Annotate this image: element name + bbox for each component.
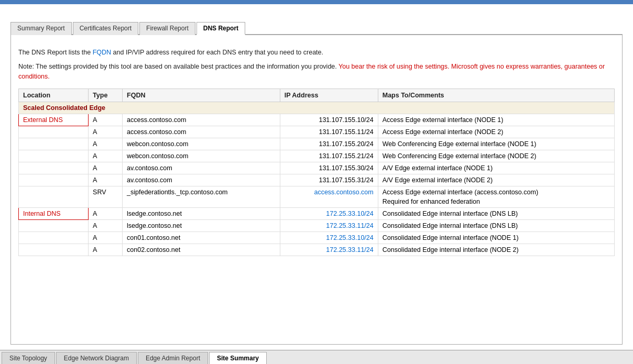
ip-address-link[interactable]: 172.25.33.11/24 [326, 222, 373, 229]
cell-comment: Web Conferencing Edge external interface… [378, 138, 614, 150]
ip-address-link[interactable]: 172.25.33.10/24 [326, 234, 373, 241]
cell-comment: Consolidated Edge internal interface (DN… [378, 220, 614, 232]
cell-fqdn: con02.contoso.net [123, 244, 280, 256]
cell-ip: 131.107.155.20/24 [280, 138, 378, 150]
cell-fqdn: con01.contoso.net [123, 232, 280, 244]
cell-fqdn: access.contoso.com [123, 126, 280, 138]
dns-table-body: Scaled Consolidated Edge External DNSAac… [19, 102, 615, 256]
col-ip: IP Address [280, 89, 378, 102]
cell-type: A [89, 208, 123, 220]
cell-ip: 131.107.155.21/24 [280, 150, 378, 162]
cell-type: A [89, 174, 123, 186]
cell-fqdn: webcon.contoso.com [123, 138, 280, 150]
bottom-bar: Site TopologyEdge Network DiagramEdge Ad… [0, 350, 633, 364]
tabs-bar: Summary ReportCertificates ReportFirewal… [10, 21, 623, 35]
cell-ip: 131.107.155.30/24 [280, 162, 378, 174]
cell-type: A [89, 244, 123, 256]
cell-location [19, 174, 89, 186]
table-row: Internal DNSAlsedge.contoso.net172.25.33… [19, 208, 615, 220]
tab-summary-report[interactable]: Summary Report [10, 22, 72, 35]
table-row: SRV_sipfederationtls._tcp.contoso.comacc… [19, 186, 615, 208]
cell-location [19, 138, 89, 150]
table-row: Aav.contoso.com131.107.155.31/24A/V Edge… [19, 174, 615, 186]
table-row: External DNSAaccess.contoso.com131.107.1… [19, 114, 615, 126]
table-row: Aav.contoso.com131.107.155.30/24A/V Edge… [19, 162, 615, 174]
report-note: Note: The settings provided by this tool… [18, 62, 615, 82]
dns-table: Location Type FQDN IP Address Maps To/Co… [18, 89, 615, 256]
cell-comment: Consolidated Edge internal interface (NO… [378, 244, 614, 256]
cell-ip: 131.107.155.11/24 [280, 126, 378, 138]
report-scroll[interactable]: The DNS Report lists the FQDN and IP/VIP… [11, 35, 622, 344]
section-header-row: Scaled Consolidated Edge [19, 102, 615, 114]
cell-type: A [89, 232, 123, 244]
cell-ip: 131.107.155.31/24 [280, 174, 378, 186]
cell-comment: Access Edge external interface (NODE 2) [378, 126, 614, 138]
main-content: Summary ReportCertificates ReportFirewal… [0, 4, 633, 350]
cell-comment: A/V Edge external interface (NODE 2) [378, 174, 614, 186]
cell-location [19, 162, 89, 174]
cell-ip: 172.25.33.11/24 [280, 220, 378, 232]
cell-type: A [89, 150, 123, 162]
bottom-tab-site-summary[interactable]: Site Summary [209, 352, 267, 364]
tab-dns-report[interactable]: DNS Report [197, 22, 245, 35]
section-header-cell: Scaled Consolidated Edge [19, 102, 615, 114]
ip-address-link[interactable]: 172.25.33.11/24 [326, 246, 373, 253]
fqdn-link[interactable]: FQDN [93, 49, 111, 56]
table-row: Alsedge.contoso.net172.25.33.11/24Consol… [19, 220, 615, 232]
cell-ip: 172.25.33.11/24 [280, 244, 378, 256]
bottom-tab-site-topology[interactable]: Site Topology [2, 352, 55, 364]
table-row: Acon01.contoso.net172.25.33.10/24Consoli… [19, 232, 615, 244]
cell-type: A [89, 126, 123, 138]
cell-comment: Consolidated Edge internal interface (DN… [378, 208, 614, 220]
title-bar [0, 0, 633, 4]
cell-location [19, 244, 89, 256]
table-row: Awebcon.contoso.com131.107.155.20/24Web … [19, 138, 615, 150]
cell-location [19, 126, 89, 138]
cell-type: A [89, 138, 123, 150]
cell-type: SRV [89, 186, 123, 208]
tab-certificates-report[interactable]: Certificates Report [73, 22, 138, 35]
cell-type: A [89, 114, 123, 126]
cell-comment: A/V Edge external interface (NODE 1) [378, 162, 614, 174]
report-panel: The DNS Report lists the FQDN and IP/VIP… [10, 35, 623, 345]
cell-fqdn: access.contoso.com [123, 114, 280, 126]
cell-ip: 172.25.33.10/24 [280, 232, 378, 244]
table-row: Aaccess.contoso.com131.107.155.11/24Acce… [19, 126, 615, 138]
cell-location [19, 220, 89, 232]
cell-ip: access.contoso.com [280, 186, 378, 208]
col-maps: Maps To/Comments [378, 89, 614, 102]
cell-location [19, 232, 89, 244]
col-location: Location [19, 89, 89, 102]
cell-location: Internal DNS [19, 208, 89, 220]
cell-type: A [89, 162, 123, 174]
cell-ip: 131.107.155.10/24 [280, 114, 378, 126]
bottom-tab-edge-network-diagram[interactable]: Edge Network Diagram [56, 352, 137, 364]
cell-location: External DNS [19, 114, 89, 126]
col-fqdn: FQDN [123, 89, 280, 102]
cell-fqdn: lsedge.contoso.net [123, 220, 280, 232]
tab-firewall-report[interactable]: Firewall Report [139, 22, 195, 35]
risk-text: You bear the risk of using the settings.… [18, 63, 605, 80]
cell-comment: Web Conferencing Edge external interface… [378, 150, 614, 162]
ip-address-link[interactable]: 172.25.33.10/24 [326, 210, 373, 217]
cell-ip: 172.25.33.10/24 [280, 208, 378, 220]
cell-comment: Access Edge external interface (NODE 1) [378, 114, 614, 126]
cell-location [19, 150, 89, 162]
cell-comment: Consolidated Edge internal interface (NO… [378, 232, 614, 244]
cell-fqdn: av.contoso.com [123, 162, 280, 174]
table-row: Awebcon.contoso.com131.107.155.21/24Web … [19, 150, 615, 162]
cell-location [19, 186, 89, 208]
cell-fqdn: av.contoso.com [123, 174, 280, 186]
ip-address-link[interactable]: access.contoso.com [314, 189, 373, 196]
cell-fqdn: webcon.contoso.com [123, 150, 280, 162]
report-intro: The DNS Report lists the FQDN and IP/VIP… [18, 48, 615, 58]
cell-fqdn: lsedge.contoso.net [123, 208, 280, 220]
bottom-tab-edge-admin-report[interactable]: Edge Admin Report [138, 352, 208, 364]
col-type: Type [89, 89, 123, 102]
cell-type: A [89, 220, 123, 232]
cell-fqdn: _sipfederationtls._tcp.contoso.com [123, 186, 280, 208]
table-row: Acon02.contoso.net172.25.33.11/24Consoli… [19, 244, 615, 256]
table-header-row: Location Type FQDN IP Address Maps To/Co… [19, 89, 615, 102]
cell-comment: Access Edge external interface (access.c… [378, 186, 614, 208]
